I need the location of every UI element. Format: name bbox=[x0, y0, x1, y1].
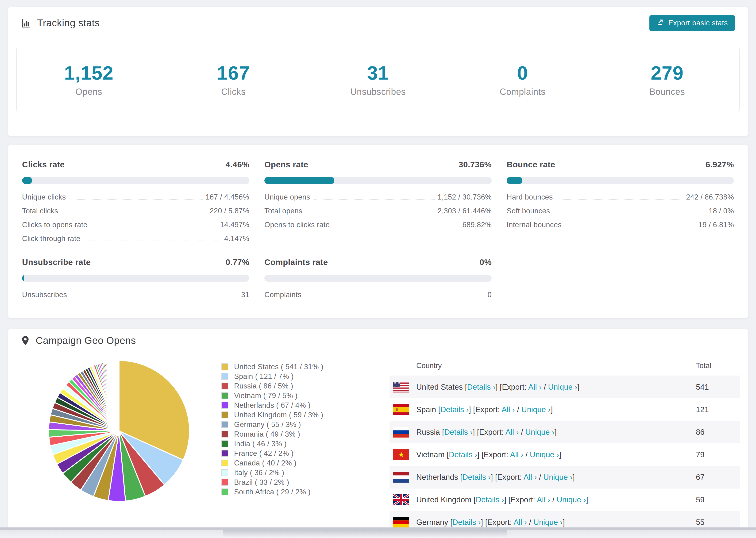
rate-stat-rows: Unsubscribes31 bbox=[22, 291, 249, 298]
geo-title: Campaign Geo Opens bbox=[36, 335, 136, 346]
details-link[interactable]: Details › bbox=[467, 383, 495, 391]
us-flag-icon bbox=[393, 382, 409, 393]
rate-stat-row: Total clicks220 / 5.87% bbox=[22, 207, 249, 215]
legend-item: Romania ( 49 / 3% ) bbox=[221, 429, 323, 439]
export-all-link[interactable]: All › bbox=[510, 450, 523, 459]
country-name: United Kingdom bbox=[416, 495, 471, 504]
rate-value: 4.46% bbox=[226, 160, 249, 170]
stat-value: 2,303 / 61.446% bbox=[438, 207, 492, 215]
export-all-link[interactable]: All › bbox=[523, 473, 537, 481]
stat-label: Hard bounces bbox=[507, 193, 553, 201]
summary-stat: 167Clicks bbox=[161, 47, 306, 112]
rate-title: Complaints rate bbox=[264, 257, 328, 267]
geo-table-rows: United States [Details ›] [Export: All ›… bbox=[390, 376, 740, 527]
map-pin-icon bbox=[21, 336, 29, 346]
stat-value: 242 / 86.738% bbox=[686, 193, 734, 201]
dotted-leader bbox=[70, 297, 238, 297]
legend-color-chip bbox=[221, 450, 228, 457]
country-name: Russia bbox=[416, 428, 440, 436]
legend-item: France ( 42 / 2% ) bbox=[221, 449, 323, 458]
tracking-stats-header: Tracking stats Export basic stats bbox=[8, 7, 748, 39]
summary-stat: 0Complaints bbox=[450, 47, 595, 112]
export-all-link[interactable]: All › bbox=[506, 428, 519, 436]
details-link[interactable]: Details › bbox=[441, 405, 469, 414]
scrollbar-track[interactable] bbox=[0, 527, 756, 530]
rate-stat-row: Soft bounces18 / 0% bbox=[507, 207, 734, 215]
de-flag-icon bbox=[393, 517, 409, 528]
summary-stat-label: Complaints bbox=[500, 87, 545, 97]
export-all-link[interactable]: All › bbox=[537, 495, 550, 504]
legend-label: United States ( 541 / 31% ) bbox=[234, 363, 323, 371]
table-row: Netherlands [Details ›] [Export: All › /… bbox=[390, 466, 740, 488]
rate-header: Bounce rate6.927% bbox=[507, 160, 734, 170]
geo-body: United States ( 541 / 31% )Spain ( 121 /… bbox=[8, 352, 748, 527]
export-unique-link[interactable]: Unique › bbox=[533, 518, 563, 526]
details-link[interactable]: Details › bbox=[462, 473, 491, 481]
export-basic-stats-button[interactable]: Export basic stats bbox=[649, 15, 735, 31]
dotted-leader bbox=[313, 199, 435, 199]
country-cell: Russia [Details ›] [Export: All › / Uniq… bbox=[416, 428, 557, 437]
rate-progress-track bbox=[507, 177, 734, 184]
geo-header: Campaign Geo Opens bbox=[8, 329, 748, 352]
legend-color-chip bbox=[221, 383, 228, 389]
rates-grid: Clicks rate4.46%Unique clicks167 / 4.456… bbox=[22, 160, 734, 298]
details-link[interactable]: Details › bbox=[453, 518, 481, 526]
dotted-leader bbox=[83, 241, 221, 241]
export-all-link[interactable]: All › bbox=[502, 405, 515, 414]
export-all-link[interactable]: All › bbox=[528, 383, 542, 391]
table-row: Vietnam [Details ›] [Export: All › / Uni… bbox=[390, 443, 740, 466]
dotted-leader bbox=[61, 213, 207, 213]
rate-progress-fill bbox=[22, 275, 24, 282]
table-row: United States [Details ›] [Export: All ›… bbox=[390, 376, 740, 398]
legend-label: Spain ( 121 / 7% ) bbox=[234, 372, 294, 381]
summary-stat: 31Unsubscribes bbox=[306, 47, 451, 112]
stat-label: Internal bounces bbox=[507, 221, 562, 229]
rate-stat-row: Clicks to opens rate14.497% bbox=[22, 221, 249, 229]
country-name: Germany bbox=[416, 518, 448, 526]
legend-item: United Kingdom ( 59 / 3% ) bbox=[221, 410, 323, 420]
country-cell: United Kingdom [Details ›] [Export: All … bbox=[416, 495, 588, 504]
summary-stat-value: 31 bbox=[367, 62, 389, 84]
geo-opens-pie-chart[interactable] bbox=[44, 356, 194, 506]
rate-title: Opens rate bbox=[264, 160, 308, 170]
legend-label: Italy ( 36 / 2% ) bbox=[234, 468, 284, 477]
export-unique-link[interactable]: Unique › bbox=[530, 450, 559, 459]
rate-value: 6.927% bbox=[706, 160, 734, 170]
legend-label: South Africa ( 29 / 2% ) bbox=[234, 488, 311, 496]
dotted-leader bbox=[333, 227, 459, 227]
details-link[interactable]: Details › bbox=[476, 495, 504, 504]
export-all-link[interactable]: All › bbox=[514, 518, 527, 526]
summary-stat-label: Opens bbox=[75, 87, 102, 97]
rate-progress-track bbox=[22, 275, 249, 282]
page-title: Tracking stats bbox=[37, 17, 100, 28]
stat-value: 1,152 / 30.736% bbox=[438, 193, 492, 201]
export-unique-link[interactable]: Unique › bbox=[521, 405, 551, 414]
details-link[interactable]: Details › bbox=[444, 428, 473, 436]
stat-label: Unsubscribes bbox=[22, 291, 67, 298]
rate-stat-row: Unsubscribes31 bbox=[22, 291, 249, 298]
country-cell: Netherlands [Details ›] [Export: All › /… bbox=[416, 473, 575, 482]
export-unique-link[interactable]: Unique › bbox=[548, 383, 577, 391]
table-row: Germany [Details ›] [Export: All › / Uni… bbox=[390, 511, 740, 527]
dotted-leader bbox=[553, 213, 706, 213]
rate-progress-fill bbox=[507, 177, 522, 184]
legend-color-chip bbox=[221, 373, 228, 380]
legend-color-chip bbox=[221, 402, 228, 409]
rate-stat-row: Hard bounces242 / 86.738% bbox=[507, 193, 734, 201]
export-unique-link[interactable]: Unique › bbox=[557, 495, 586, 504]
legend-item: Germany ( 55 / 3% ) bbox=[221, 420, 323, 429]
stat-label: Total opens bbox=[264, 207, 302, 215]
legend-item: Spain ( 121 / 7% ) bbox=[221, 372, 323, 381]
legend-item: Canada ( 40 / 2% ) bbox=[221, 458, 323, 468]
export-unique-link[interactable]: Unique › bbox=[525, 428, 555, 436]
legend-color-chip bbox=[221, 469, 228, 476]
export-unique-link[interactable]: Unique › bbox=[543, 473, 573, 481]
rate-header: Complaints rate0% bbox=[264, 257, 492, 267]
details-link[interactable]: Details › bbox=[449, 450, 477, 459]
summary-stat: 279Bounces bbox=[595, 47, 739, 112]
rate-stat-rows: Complaints0 bbox=[264, 291, 492, 298]
legend-color-chip bbox=[221, 479, 228, 486]
legend-color-chip bbox=[221, 440, 228, 447]
rates-card: Clicks rate4.46%Unique clicks167 / 4.456… bbox=[8, 145, 748, 318]
rate-header: Unsubscribe rate0.77% bbox=[22, 257, 249, 267]
